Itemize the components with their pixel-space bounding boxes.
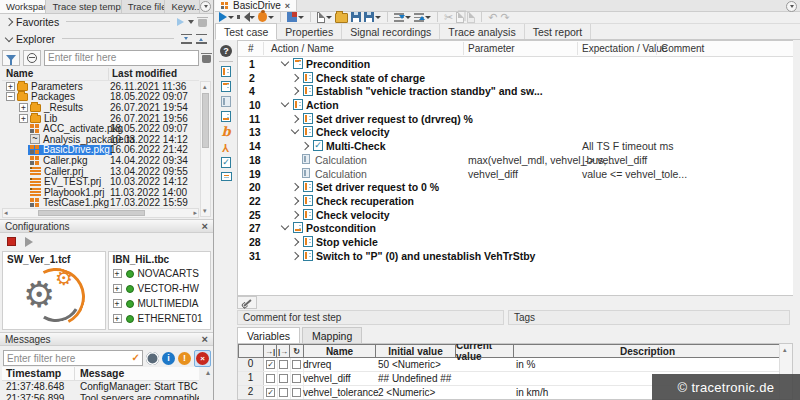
manual-step-icon[interactable] xyxy=(222,142,229,153)
messages-scroll-up-icon[interactable]: ▴ xyxy=(206,368,210,377)
expand-icon[interactable] xyxy=(19,103,28,112)
checkbox-cell[interactable] xyxy=(264,358,278,371)
favorites-run-button[interactable] xyxy=(177,18,184,26)
test-step-row[interactable]: 28Stop vehicle xyxy=(238,235,793,249)
test-step-row[interactable]: 13Check velocity xyxy=(238,125,793,139)
comment-bar[interactable]: Comment for test step xyxy=(237,310,504,325)
test-step-row[interactable]: 19Calculationvehvel_diffvalue <= vehvel_… xyxy=(238,167,793,181)
expand-icon[interactable] xyxy=(291,197,299,205)
column-header-number[interactable]: # xyxy=(248,43,254,54)
expand-icon[interactable] xyxy=(291,115,299,123)
explorer-item[interactable]: BasicDrive.pkg xyxy=(28,145,112,156)
save-all-button[interactable] xyxy=(364,12,381,22)
checkbox-unchecked-icon[interactable] xyxy=(292,360,301,369)
test-step-row[interactable]: 11Set driver request to (drvreq) % xyxy=(238,112,793,126)
column-header-timestamp[interactable]: Timestamp xyxy=(6,367,61,379)
help-icon[interactable]: ? xyxy=(220,45,232,57)
redo-button[interactable]: ↷ xyxy=(500,12,509,23)
expand-icon[interactable] xyxy=(291,183,299,191)
column-header-expectation[interactable]: Expectation / Value xyxy=(582,43,667,54)
test-step-row[interactable]: 18Calculationmax(vehvel_mdl, vehvel_bus,… xyxy=(238,153,793,167)
expand-icon[interactable] xyxy=(291,210,299,218)
wait-step-icon[interactable] xyxy=(221,111,231,122)
checkbox-checked-icon[interactable] xyxy=(266,360,275,369)
checkbox-cell[interactable] xyxy=(290,386,304,399)
close-icon[interactable] xyxy=(202,334,208,345)
column-header-message[interactable]: Message xyxy=(80,367,124,379)
tags-bar[interactable]: Tags xyxy=(508,310,790,325)
tab-test-report[interactable]: Test report xyxy=(525,24,592,39)
test-step-row[interactable]: 31Switch to "P" (0) and unestablish VehT… xyxy=(238,249,793,263)
explorer-item[interactable]: EV_TEST.prj xyxy=(28,176,103,187)
chevron-down-icon[interactable] xyxy=(298,16,304,22)
explorer-horizontal-scrollbar[interactable]: ◂▸ xyxy=(2,208,199,218)
chevron-down-icon[interactable] xyxy=(425,16,431,22)
tbc-item[interactable]: MULTIMEDIA xyxy=(113,297,207,310)
chevron-down-icon[interactable] xyxy=(268,16,274,22)
messages-filter-input[interactable] xyxy=(3,350,143,366)
expand-icon[interactable] xyxy=(6,82,15,91)
explorer-row[interactable]: Packages18.05.2022 09:07 xyxy=(2,92,199,103)
collapse-icon[interactable] xyxy=(281,222,289,230)
explorer-row[interactable]: Caller.pkg14.04.2022 09:34 xyxy=(2,155,199,166)
favorites-run-caret[interactable] xyxy=(188,20,194,27)
test-step-row[interactable]: 4Establish "vehicle traction standby" an… xyxy=(238,84,793,98)
expand-icon[interactable] xyxy=(291,73,299,81)
explorer-item[interactable]: Caller.pkg xyxy=(28,155,89,166)
explorer-item[interactable]: Parameters xyxy=(15,81,85,92)
info-messages-toggle[interactable]: i xyxy=(162,352,175,365)
tab-variables[interactable]: Variables xyxy=(237,327,300,344)
column-header-parameter[interactable]: Parameter xyxy=(468,43,515,54)
tab-trace-analysis[interactable]: Trace analysis xyxy=(440,24,524,39)
expand-all-button[interactable] xyxy=(181,34,192,44)
column-header-comment[interactable]: Comment xyxy=(661,43,704,54)
column-header-current-value[interactable]: Current value xyxy=(455,344,514,358)
tabbar-overflow-button[interactable] xyxy=(200,1,211,12)
chevron-down-icon[interactable] xyxy=(375,16,381,22)
close-tab-icon[interactable] xyxy=(285,0,290,11)
checkbox-cell[interactable] xyxy=(290,372,304,385)
collapse-icon[interactable] xyxy=(291,126,299,134)
close-icon[interactable] xyxy=(202,221,208,232)
checkbox-cell[interactable] xyxy=(264,386,278,399)
expand-icon[interactable] xyxy=(291,238,299,246)
variable-row[interactable]: 0drvreq50 <Numeric>in % xyxy=(238,358,780,372)
open-file-button[interactable] xyxy=(335,11,348,23)
checkbox-unchecked-icon[interactable] xyxy=(279,388,288,397)
save-button[interactable] xyxy=(351,12,361,22)
test-step-row[interactable]: 2Check state of charge xyxy=(238,71,793,85)
filter-edit-icon[interactable] xyxy=(132,352,140,363)
test-step-row[interactable]: 10Action xyxy=(238,98,793,112)
start-configuration-button[interactable] xyxy=(25,237,33,247)
workspace-tab-keyw-[interactable]: Keyw... xyxy=(165,0,200,13)
message-row[interactable]: 21:37:48.648ConfigManager: Start TBC xyxy=(2,381,199,393)
expand-icon[interactable] xyxy=(301,142,309,150)
calculation-step-icon[interactable] xyxy=(221,96,231,107)
workspace-tab-trace-step-templates[interactable]: Trace step templates xyxy=(46,0,121,13)
checkbox-unchecked-icon[interactable] xyxy=(279,360,288,369)
checkbox-cell[interactable] xyxy=(277,386,291,399)
explorer-item[interactable]: TestCase1.pkg xyxy=(28,198,111,208)
explorer-row[interactable]: Lib26.07.2021 19:56 xyxy=(2,113,199,124)
checkbox-cell[interactable] xyxy=(277,372,291,385)
column-header-last-modified[interactable]: Last modified xyxy=(112,68,177,79)
collapse-icon[interactable] xyxy=(281,58,289,66)
tab-signal-recordings[interactable]: Signal recordings xyxy=(342,24,440,39)
checkbox-cell[interactable] xyxy=(264,372,278,385)
explorer-item[interactable]: Caller.prj xyxy=(28,166,85,177)
expand-icon[interactable] xyxy=(113,299,122,308)
warning-messages-toggle[interactable]: ! xyxy=(178,352,191,365)
column-header-sync-flag[interactable] xyxy=(289,344,304,358)
audio-notification-button[interactable] xyxy=(237,12,255,22)
collapse-steps-button[interactable] xyxy=(414,13,431,22)
explorer-filter-input[interactable] xyxy=(44,50,199,66)
test-step-row[interactable]: 27Postcondition xyxy=(238,221,793,235)
explorer-row[interactable]: Analysis_package.ta10.03.2022 14:12 xyxy=(2,134,199,145)
collapse-icon[interactable] xyxy=(6,92,15,101)
checkbox-cell[interactable] xyxy=(290,358,304,371)
system-messages-toggle[interactable] xyxy=(146,352,159,365)
stop-configuration-button[interactable] xyxy=(7,237,16,246)
test-step-row[interactable]: 14Multi-CheckAll TS F timeout ms xyxy=(238,139,793,153)
filter-clear-button[interactable] xyxy=(23,50,41,66)
test-step-row[interactable]: 25Check velocity xyxy=(238,208,793,222)
